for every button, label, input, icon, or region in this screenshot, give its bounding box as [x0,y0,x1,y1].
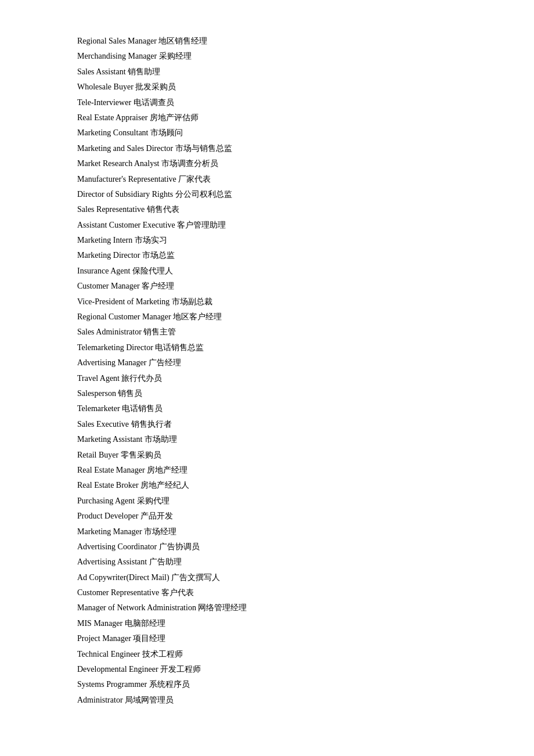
list-item: Sales Representative 销售代表 [77,203,457,216]
list-item: Marketing Assistant 市场助理 [77,433,457,446]
list-item: MIS Manager 电脑部经理 [77,617,457,630]
list-item: Technical Engineer 技术工程师 [77,648,457,661]
list-item: Project Manager 项目经理 [77,632,457,645]
list-item: Advertising Manager 广告经理 [77,357,457,369]
list-item: Administrator 局域网管理员 [77,694,457,707]
list-item: Marketing and Sales Director 市场与销售总监 [77,142,457,155]
list-item: Marketing Manager 市场经理 [77,525,457,538]
list-item: Assistant Customer Executive 客户管理助理 [77,219,457,232]
list-item: Tele-Interviewer 电话调查员 [77,96,457,109]
list-item: Systems Programmer 系统程序员 [77,678,457,691]
list-item: Wholesale Buyer 批发采购员 [77,81,457,93]
list-item: Real Estate Manager 房地产经理 [77,464,457,477]
list-item: Purchasing Agent 采购代理 [77,495,457,507]
list-item: Sales Administrator 销售主管 [77,326,457,339]
job-list: Regional Sales Manager 地区销售经理Merchandisi… [77,35,457,707]
list-item: Real Estate Broker 房地产经纪人 [77,479,457,492]
list-item: Regional Sales Manager 地区销售经理 [77,35,457,48]
list-item: Insurance Agent 保险代理人 [77,265,457,278]
list-item: Merchandising Manager 采购经理 [77,50,457,63]
list-item: Sales Executive 销售执行者 [77,418,457,431]
list-item: Telemarketing Director 电话销售总监 [77,341,457,354]
list-item: Product Developer 产品开发 [77,510,457,523]
list-item: Market Research Analyst 市场调查分析员 [77,157,457,170]
list-item: Manufacturer's Representative 厂家代表 [77,173,457,186]
list-item: Ad Copywriter(Direct Mail) 广告文撰写人 [77,571,457,584]
list-item: Real Estate Appraiser 房地产评估师 [77,111,457,124]
list-item: Travel Agent 旅行代办员 [77,372,457,385]
list-item: Salesperson 销售员 [77,387,457,400]
list-item: Director of Subsidiary Rights 分公司权利总监 [77,188,457,201]
list-item: Sales Assistant 销售助理 [77,66,457,78]
list-item: Marketing Director 市场总监 [77,249,457,262]
list-item: Vice-President of Marketing 市场副总裁 [77,296,457,308]
list-item: Telemarketer 电话销售员 [77,402,457,415]
list-item: Manager of Network Administration 网络管理经理 [77,602,457,614]
list-item: Advertising Coordinator 广告协调员 [77,541,457,553]
list-item: Marketing Consultant 市场顾问 [77,127,457,139]
list-item: Regional Customer Manager 地区客户经理 [77,311,457,323]
list-item: Advertising Assistant 广告助理 [77,556,457,568]
list-item: Developmental Engineer 开发工程师 [77,663,457,676]
list-item: Retail Buyer 零售采购员 [77,449,457,462]
list-item: Marketing Intern 市场实习 [77,234,457,247]
list-item: Customer Manager 客户经理 [77,280,457,293]
list-item: Customer Representative 客户代表 [77,586,457,599]
